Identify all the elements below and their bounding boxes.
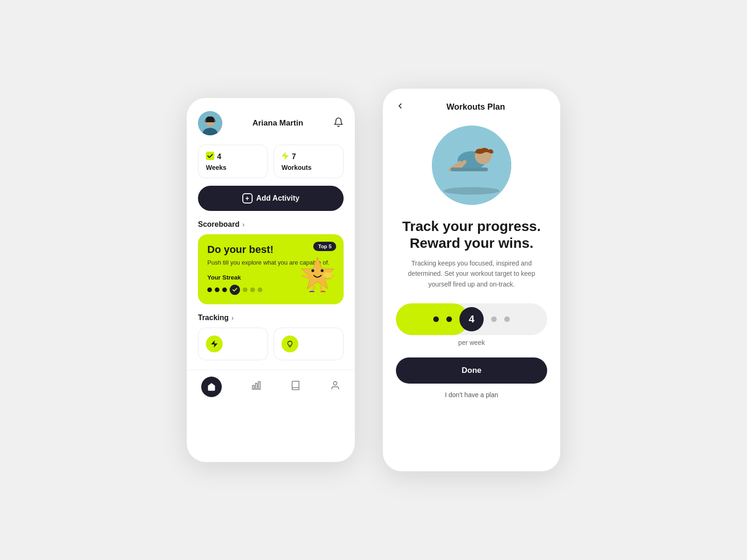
screens-container: Ariana Martin 4 (0, 89, 747, 471)
done-label: Done (462, 366, 482, 375)
add-activity-button[interactable]: + Add Activity (198, 186, 344, 211)
bolt-icon (282, 152, 289, 162)
star-mascot (299, 255, 336, 297)
stepper-container[interactable]: 4 (396, 303, 547, 335)
svg-point-6 (321, 269, 324, 272)
bottom-nav (187, 370, 355, 406)
tracking-row (198, 328, 344, 360)
svg-point-19 (333, 381, 337, 385)
dot-3 (222, 287, 227, 292)
scoreboard-title: Scoreboard (198, 220, 240, 229)
profile-icon (330, 380, 340, 393)
stepper-green-fill (396, 303, 469, 335)
right-header: Workouts Plan (396, 102, 547, 112)
nav-home[interactable] (201, 377, 222, 397)
stepper-value[interactable]: 4 (459, 307, 484, 331)
dot-1 (207, 287, 212, 292)
header: Ariana Martin (198, 111, 344, 135)
bolt-tracking-icon (206, 336, 223, 352)
svg-rect-15 (324, 278, 331, 279)
dot-7 (258, 287, 262, 292)
scoreboard-chevron-icon[interactable]: › (242, 221, 245, 228)
stats-row: 4 Weeks 7 Workouts (198, 145, 344, 178)
nav-book[interactable] (290, 380, 301, 393)
dot-active (230, 285, 240, 295)
svg-point-26 (444, 187, 500, 195)
tracking-title: Tracking (198, 314, 229, 322)
workouts-number: 7 (292, 153, 296, 161)
svg-rect-18 (258, 381, 260, 389)
svg-rect-13 (324, 273, 331, 277)
phone-left: Ariana Martin 4 (187, 98, 355, 462)
scoreboard-card: Top 5 Do your best! Push till you explor… (198, 234, 344, 304)
svg-rect-25 (451, 168, 488, 171)
workouts-plan-title: Workouts Plan (404, 102, 547, 112)
workout-sub-text: Tracking keeps you focused, inspired and… (396, 258, 547, 289)
workouts-label: Workouts (282, 164, 336, 171)
dot-5 (243, 287, 247, 292)
dot-6 (250, 287, 255, 292)
workout-main-title: Track your progress. Reward your wins. (396, 218, 547, 252)
svg-rect-3 (206, 152, 214, 160)
stepper-dot-5 (504, 316, 510, 322)
tracking-chevron-icon[interactable]: › (232, 314, 234, 322)
stat-card-workouts: 7 Workouts (274, 145, 344, 178)
svg-rect-16 (253, 385, 254, 389)
tracking-section-header: Tracking › (198, 314, 344, 322)
weeks-label: Weeks (206, 164, 260, 171)
scoreboard-section-header: Scoreboard › (198, 220, 344, 229)
lightbulb-tracking-icon (282, 336, 298, 352)
top5-badge: Top 5 (313, 242, 336, 251)
dot-2 (215, 287, 219, 292)
stat-card-weeks: 4 Weeks (198, 145, 268, 178)
chart-icon (251, 380, 261, 393)
stepper-dot-4 (491, 316, 497, 322)
bell-icon[interactable] (333, 117, 344, 130)
tracking-card-1 (198, 328, 268, 360)
tracking-card-2 (274, 328, 344, 360)
phone-right: Workouts Plan Track your prog (383, 89, 560, 471)
avatar (198, 111, 222, 135)
book-icon (290, 380, 301, 393)
nav-charts[interactable] (251, 380, 261, 393)
svg-point-5 (311, 269, 314, 272)
done-button[interactable]: Done (396, 357, 547, 384)
weeks-number: 4 (217, 153, 221, 161)
plus-box-icon: + (242, 193, 253, 203)
add-activity-label: Add Activity (256, 194, 300, 203)
user-name: Ariana Martin (222, 119, 333, 128)
per-week-label: per week (396, 339, 547, 346)
check-icon (206, 152, 214, 162)
nav-profile[interactable] (330, 380, 340, 393)
svg-rect-17 (255, 383, 257, 389)
svg-line-7 (303, 276, 310, 278)
no-plan-link[interactable]: I don't have a plan (396, 391, 547, 399)
workout-image (432, 126, 511, 205)
home-icon-active (201, 377, 222, 397)
back-button[interactable] (396, 102, 404, 112)
